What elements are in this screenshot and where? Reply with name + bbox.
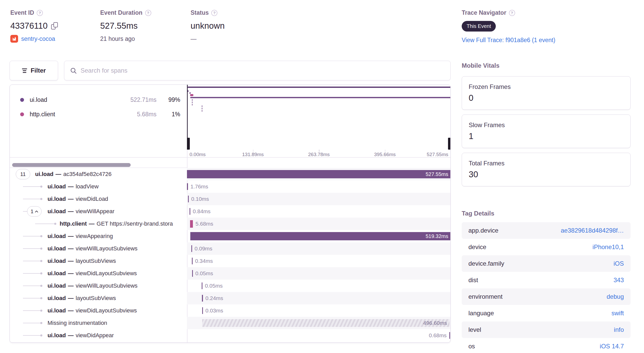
tag-value-link[interactable]: debug	[607, 293, 624, 300]
vital-card-total-frames: Total Frames 30	[462, 153, 631, 186]
span-row[interactable]: ui.load—loadView 1.76ms	[10, 180, 451, 193]
span-bar	[190, 208, 190, 215]
tag-value-link[interactable]: ae3829618d484298f…	[561, 227, 624, 234]
span-bar	[190, 220, 193, 228]
vital-card-frozen-frames: Frozen Frames 0	[462, 76, 631, 110]
tag-value-link[interactable]: iOS 14.7	[600, 343, 624, 350]
span-row[interactable]: ui.load—viewAppearing 519.32ms	[10, 230, 451, 242]
span-row-missing-instrumentation[interactable]: Missing instrumentation 496.60ms	[10, 317, 451, 329]
tag-value-link[interactable]: swift	[611, 310, 624, 317]
mobile-vitals-heading: Mobile Vitals	[462, 62, 499, 69]
event-duration-value: 527.55ms	[100, 21, 138, 31]
tag-row: levelinfo	[462, 321, 631, 338]
span-row[interactable]: ui.load—viewWillLayoutSubviews 0.05ms	[10, 280, 451, 292]
status-sub: —	[191, 35, 225, 42]
chevron-up-icon	[35, 210, 38, 213]
search-input[interactable]	[81, 67, 445, 74]
span-bar	[202, 282, 202, 289]
tag-row: device.familyiOS	[462, 255, 631, 272]
tree-horizontal-scrollbar[interactable]	[12, 163, 131, 167]
span-row[interactable]: ui.load—layoutSubViews 0.34ms	[10, 255, 451, 267]
search-icon	[70, 67, 77, 74]
tag-value-link[interactable]: iPhone10,1	[593, 243, 624, 251]
axis-label: 395.66ms	[374, 152, 396, 157]
filter-button-label: Filter	[31, 67, 46, 74]
trace-waterfall-panel: ui.load 522.71ms 99% http.client 5.68ms …	[10, 85, 451, 343]
filter-icon	[22, 68, 27, 73]
status-label: Status	[191, 9, 209, 16]
span-bar	[192, 270, 193, 277]
tag-value-link[interactable]: 343	[614, 277, 624, 284]
minimap-left-handle[interactable]	[187, 138, 190, 150]
span-row[interactable]: ui.load—viewDidLayoutSubviews 0.03ms	[10, 304, 451, 317]
axis-label: 131.89ms	[242, 152, 264, 157]
tag-row: app.deviceae3829618d484298f…	[462, 222, 631, 239]
event-duration-label: Event Duration	[100, 9, 143, 16]
span-bar	[449, 332, 450, 339]
tag-row: languageswift	[462, 305, 631, 321]
span-children-pill[interactable]: 11	[16, 169, 30, 179]
span-collapse-pill[interactable]: 1	[27, 206, 42, 217]
axis-label: 527.55ms	[427, 152, 448, 157]
span-row[interactable]: ui.load—viewDidAppear 0.68ms	[10, 329, 451, 342]
minimap-axis: 0.00ms 131.89ms 263.78ms 395.66ms 527.55…	[187, 150, 451, 157]
event-age: 21 hours ago	[100, 35, 151, 42]
span-bar	[187, 183, 188, 190]
help-icon[interactable]: ?	[211, 10, 217, 16]
status-value: unknown	[191, 21, 225, 31]
help-icon[interactable]: ?	[509, 10, 515, 16]
project-link[interactable]: sentry-cocoa	[21, 35, 55, 42]
this-event-badge[interactable]: This Event	[462, 21, 496, 32]
trace-navigator-section: Trace Navigator? This Event View Full Tr…	[462, 9, 555, 44]
filter-button[interactable]: Filter	[10, 61, 58, 80]
span-row[interactable]: ui.load—viewWillLayoutSubviews 0.09ms	[10, 242, 451, 255]
trace-navigator-label: Trace Navigator	[462, 9, 506, 16]
span-bar	[202, 307, 203, 314]
span-row[interactable]: ui.load—viewDidLayoutSubviews 0.05ms	[10, 267, 451, 280]
span-bar	[192, 258, 193, 264]
minimap-span-mark	[187, 90, 189, 92]
span-row[interactable]: ui.load—viewDidLoad 0.10ms	[10, 193, 451, 205]
vital-card-slow-frames: Slow Frames 1	[462, 114, 631, 148]
tag-details-heading: Tag Details	[462, 210, 494, 217]
span-bar	[191, 245, 192, 252]
tag-row: deviceiPhone10,1	[462, 239, 631, 255]
axis-label: 0.00ms	[190, 152, 206, 157]
swift-icon	[10, 35, 18, 43]
tag-row: dist343	[462, 272, 631, 288]
tag-value-link[interactable]: info	[614, 326, 624, 333]
view-full-trace-link[interactable]: View Full Trace: f901a8e6 (1 event)	[462, 37, 555, 43]
span-bar-hatched: 496.60ms	[202, 319, 450, 327]
span-row[interactable]: ui.load—layoutSubViews 0.24ms	[10, 292, 451, 304]
minimap-right-handle[interactable]	[448, 138, 451, 150]
help-icon[interactable]: ?	[145, 10, 151, 16]
minimap-appearing-span	[190, 97, 451, 98]
span-row[interactable]: 11 ui.load—ac354af5e82c4726 527.55ms	[10, 168, 451, 180]
axis-label: 263.78ms	[308, 152, 329, 157]
legend-item-ui-load: ui.load 522.71ms 99%	[20, 95, 180, 105]
span-search	[64, 61, 451, 80]
help-icon[interactable]: ?	[37, 10, 43, 16]
event-id-section: Event ID? 43376110 sentry-cocoa	[10, 9, 58, 43]
tag-row: osiOS 14.7	[462, 338, 631, 353]
minimap-root-span	[187, 87, 451, 88]
trace-minimap[interactable]	[187, 85, 451, 150]
tag-row: environmentdebug	[462, 288, 631, 305]
legend-color-dot	[20, 98, 24, 102]
span-bar	[202, 295, 203, 302]
minimap-span-mark	[190, 92, 191, 94]
event-duration-section: Event Duration? 527.55ms 21 hours ago	[100, 9, 151, 42]
span-bar: 527.55ms	[187, 170, 451, 178]
legend-item-http-client: http.client 5.68ms 1%	[20, 109, 180, 119]
span-row[interactable]: http.client—GET https://sentry-brand.sto…	[10, 218, 451, 230]
minimap-http-span	[190, 94, 193, 96]
event-id-label: Event ID	[10, 9, 34, 16]
copy-icon[interactable]	[51, 22, 58, 29]
event-id-value: 43376110	[10, 21, 48, 31]
tag-value-link[interactable]: iOS	[614, 260, 624, 267]
legend-color-dot	[20, 112, 24, 116]
span-bar	[188, 196, 189, 202]
span-bar: 519.32ms	[190, 232, 451, 240]
status-section: Status? unknown —	[191, 9, 225, 42]
span-row[interactable]: 1 ui.load—viewWillAppear 0.84ms	[10, 205, 451, 218]
